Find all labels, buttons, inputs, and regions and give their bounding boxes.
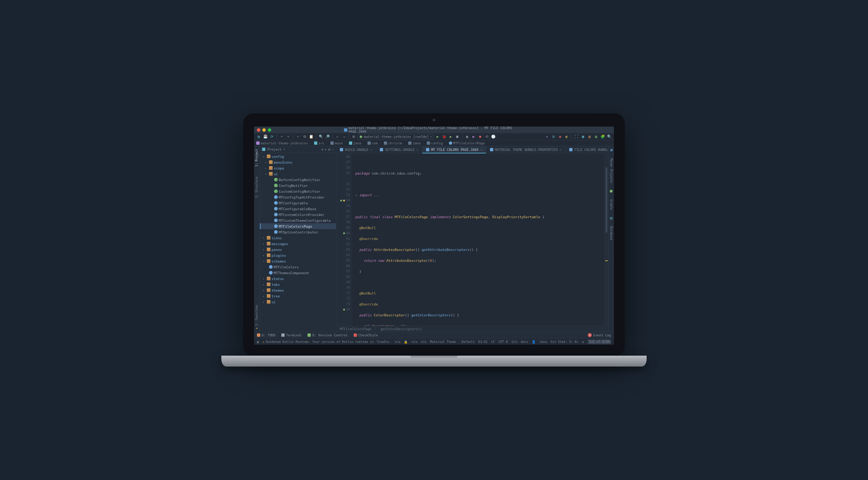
status-pos[interactable]: 63:61 — [478, 340, 488, 344]
copy-icon[interactable]: ⧉ — [302, 134, 307, 139]
line-number[interactable]: 51 — [337, 181, 350, 187]
sync-icon[interactable]: ⟳ — [269, 134, 274, 139]
toggle-tools-icon[interactable]: ▣ — [257, 340, 259, 344]
gc-icon[interactable]: ♻ — [582, 340, 584, 344]
tree-class-mtoptioncontributor[interactable]: MTOptionContributor — [260, 229, 336, 235]
todo-tab[interactable]: 6: TODO — [257, 333, 276, 337]
line-number[interactable]: 64 — [337, 252, 350, 258]
line-number[interactable]: 68 — [337, 274, 350, 280]
attach-icon[interactable]: ▶ — [471, 134, 476, 139]
line-number[interactable]: 71 — [337, 291, 350, 296]
tree-class-mtcustomthemeconfigurable[interactable]: MTCustomThemeConfigurable — [260, 217, 336, 223]
grid-icon[interactable]: ⊞ — [351, 134, 356, 139]
ant-icon[interactable]: ⛶ — [574, 134, 579, 139]
line-number[interactable]: 29 — [337, 171, 350, 176]
close-tab-icon[interactable]: × — [417, 148, 418, 152]
line-number[interactable]: 28 — [337, 165, 350, 171]
editor-tab[interactable]: FILE COLORS BUNDLE.PROPERTIES× — [566, 146, 614, 153]
gradle-icon[interactable]: ⬢ — [610, 189, 613, 193]
line-number[interactable]: 55 — [337, 203, 350, 209]
tree-class-mtfilecolors[interactable]: MTFileColors — [260, 264, 336, 270]
minimize-window-button[interactable] — [262, 128, 266, 132]
maven-tool-tab[interactable]: Maven Projects — [610, 157, 613, 184]
tree-folder-ui[interactable]: ui — [260, 171, 336, 177]
cut-icon[interactable]: ✂ — [296, 134, 301, 139]
database-icon[interactable]: ▤ — [610, 216, 612, 220]
warning-marker[interactable] — [605, 260, 608, 261]
tree-folder-schemes[interactable]: schemes — [260, 258, 336, 264]
db-icon[interactable]: ▦ — [580, 134, 586, 139]
sub-bc-class[interactable]: MTFileColorsPage — [340, 327, 371, 331]
open-icon[interactable]: ▤ — [256, 134, 261, 139]
gradle-toolbar-icon[interactable]: ▧ — [594, 134, 599, 139]
scroll-from-source-icon[interactable]: ⊙ — [321, 148, 323, 151]
paste-icon[interactable]: 📋 — [309, 134, 314, 139]
line-number[interactable] — [337, 176, 350, 181]
tree-class-mtconfigtophitprovider[interactable]: MTConfigTopHitProvider — [260, 194, 336, 200]
bc-chrisrm[interactable]: chrisrm — [384, 141, 402, 145]
close-tab-icon[interactable]: × — [370, 148, 372, 152]
tree-folder-menuicons[interactable]: menuIcons — [260, 159, 336, 165]
line-number[interactable]: 53 — [337, 192, 350, 198]
maven-icon[interactable]: ▨ — [587, 134, 592, 139]
search-everywhere-icon[interactable]: 🔍 — [607, 134, 612, 139]
tree-folder-config[interactable]: config — [260, 153, 336, 159]
redo-icon[interactable]: ↷ — [286, 134, 291, 139]
sub-bc-method[interactable]: getColorDescriptors() — [381, 327, 422, 331]
tree-folder-messages[interactable]: messages — [260, 241, 336, 247]
bc-config[interactable]: config — [427, 141, 443, 145]
bc-root[interactable]: material-theme-jetbrains — [256, 141, 308, 145]
line-number[interactable]: 58 — [337, 220, 350, 225]
tree-folder-scope[interactable]: scope — [260, 165, 336, 171]
settings-icon[interactable]: ✦ — [544, 134, 550, 139]
line-number[interactable]: 62 — [337, 241, 350, 247]
run-icon[interactable]: ▶ — [435, 134, 440, 139]
editor-gutter[interactable]: 2627282951525354555657585960616263646566… — [336, 153, 352, 326]
structure-icon[interactable]: ⊟ — [551, 134, 556, 139]
close-window-button[interactable] — [257, 128, 260, 132]
gradle-tool-tab[interactable]: Gradle — [610, 198, 613, 211]
save-icon[interactable]: 💾 — [263, 134, 268, 139]
scrollbar-thumb[interactable] — [606, 167, 607, 233]
tree-folder-icons[interactable]: icons — [260, 235, 336, 241]
bulb-icon[interactable]: ◐ — [564, 134, 569, 139]
editor-tab[interactable]: MT FILE COLORS PAGE.JAVA× — [422, 146, 486, 153]
database-tool-tab[interactable]: Database — [610, 225, 613, 241]
tree-class-mtconfigurablebase[interactable]: MTConfigurableBase — [260, 206, 336, 212]
editor-tab[interactable]: MATERIAL THEME BUNDLE.PROPERTIES× — [486, 146, 566, 153]
line-number[interactable]: 67 — [337, 269, 350, 274]
coverage-icon[interactable]: ▶ — [448, 134, 453, 139]
tree-class-mtthemescomponent[interactable]: MTThemesComponent — [260, 270, 336, 276]
close-tab-icon[interactable]: × — [560, 148, 562, 152]
tree-class-mtcustomcolorsprovider[interactable]: MTCustomColorsProvider — [260, 212, 336, 217]
status-na3[interactable]: n/a — [421, 340, 426, 344]
line-number[interactable]: 69 — [337, 280, 350, 285]
line-number[interactable]: 61 — [337, 236, 350, 241]
zoom-window-button[interactable] — [268, 128, 271, 132]
tree-class-mtfilecolorspage[interactable]: MTFileColorsPage — [260, 223, 336, 229]
line-number[interactable]: 26 — [337, 154, 350, 160]
status-java[interactable]: Java — [539, 340, 547, 344]
replace-icon[interactable]: 🔎 — [325, 134, 330, 139]
debug-icon[interactable]: 🐞 — [442, 134, 447, 139]
tree-class-beforeconfignotifier[interactable]: BeforeConfigNotifier — [260, 177, 336, 183]
tree-class-mtconfigurable[interactable]: MTConfigurable — [260, 200, 336, 206]
line-number[interactable]: 70 — [337, 285, 350, 291]
project-tree[interactable]: configmenuIconsscopeuiBeforeConfigNotifi… — [260, 153, 336, 332]
code-area[interactable]: package com.chrisrm.idea.config; + impor… — [352, 153, 604, 326]
line-number[interactable]: 65 — [337, 258, 350, 263]
sidebar-settings-icon[interactable]: ⚙ — [328, 148, 330, 151]
status-message[interactable]: ⚠ Outdated Kotlin Runtime: Your version … — [262, 340, 391, 344]
structure-tool-tab[interactable]: 2: Structure — [255, 175, 258, 199]
stop-icon[interactable]: ■ — [455, 134, 460, 139]
bc-src[interactable]: src — [314, 141, 324, 145]
line-number[interactable]: 63 — [337, 247, 350, 252]
status-theme[interactable]: Material Theme - Default — [430, 340, 475, 344]
status-lf[interactable]: LF — [491, 340, 495, 344]
back-icon[interactable]: ← — [335, 134, 340, 139]
editor-scrollbar[interactable] — [604, 153, 608, 326]
tree-folder-ui[interactable]: ui — [260, 299, 336, 305]
line-number[interactable]: 59 — [337, 225, 350, 231]
puzzle-icon[interactable]: 🧩 — [600, 134, 605, 139]
status-enc[interactable]: UTF-8 — [499, 340, 508, 344]
